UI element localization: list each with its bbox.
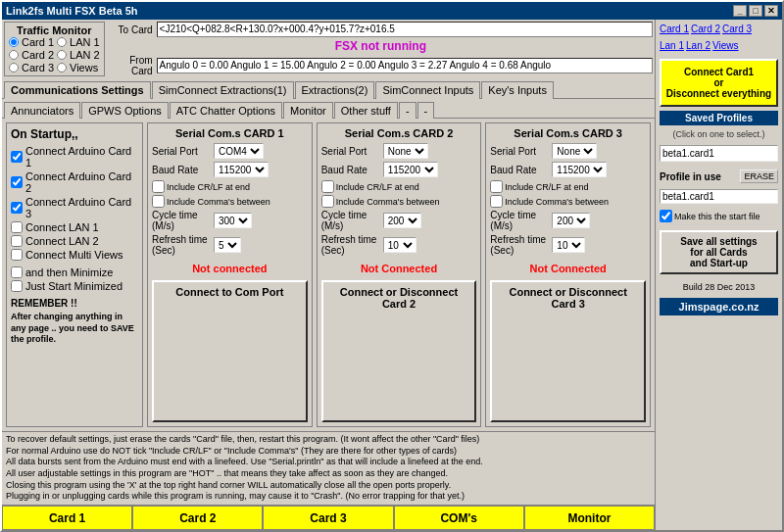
make-start-label: Make this the start file <box>674 212 760 221</box>
arduino2-label: Connect Arduino Card 2 <box>25 170 138 194</box>
bottom-tab-coms[interactable]: COM's <box>394 506 524 530</box>
card2-label: Card 2 <box>22 49 54 61</box>
arduino3-row: Connect Arduino Card 3 <box>11 196 138 219</box>
right-views-tab[interactable]: Views <box>712 40 739 51</box>
to-from-area: To Card <J210<Q+082.8<R+130.0?x+000.4?y+… <box>109 22 653 76</box>
card1-connect-btn[interactable]: Connect to Com Port <box>152 280 308 422</box>
saved-profiles-sub: (Click on one to select.) <box>660 129 778 139</box>
card2-panel: Serial Com.s CARD 2 Serial Port None Bau… <box>317 122 482 427</box>
card1-commas-checkbox[interactable] <box>152 195 165 208</box>
lan1-radio[interactable] <box>57 37 67 47</box>
profile-name-field[interactable] <box>660 189 778 204</box>
card1-radio[interactable] <box>9 37 19 47</box>
card2-connect-btn[interactable]: Connect or Disconnect Card 2 <box>321 280 477 422</box>
lan2-radio[interactable] <box>57 50 67 60</box>
card2-cycle-row: Cycle time (M/s) 200 <box>321 210 477 231</box>
save-all-button[interactable]: Save all settings for all Cards and Star… <box>660 230 778 274</box>
right-card1-tab[interactable]: Card 1 <box>660 24 689 34</box>
card3-connect-btn[interactable]: Connect or Disconnect Card 3 <box>490 280 646 422</box>
card1-cycle-select[interactable]: 300 <box>214 213 252 228</box>
tab-simconnect1[interactable]: SimConnect Extractions(1) <box>152 81 294 99</box>
bottom-tab-card2[interactable]: Card 2 <box>132 506 263 530</box>
tab-dash1[interactable]: - <box>399 102 416 119</box>
close-button[interactable]: ✕ <box>764 5 778 17</box>
card3-commas-label: Include Comma's between <box>505 197 609 207</box>
card3-commas-checkbox[interactable] <box>490 195 503 208</box>
card3-panel: Serial Com.s CARD 3 Serial Port None Bau… <box>485 122 651 427</box>
cards-area: Serial Com.s CARD 1 Serial Port COM4 Bau… <box>147 122 651 427</box>
tab-dash2[interactable]: - <box>417 102 435 119</box>
bottom-tab-card3[interactable]: Card 3 <box>263 506 393 530</box>
card1-baud-select[interactable]: 115200 <box>214 162 269 177</box>
card1-crlf-label: Include CR/LF at end <box>167 182 250 192</box>
card1-title: Serial Com.s CARD 1 <box>152 127 308 139</box>
profile-item[interactable]: beta1.card1 <box>660 145 778 162</box>
lan2-startup-label: Connect LAN 2 <box>25 235 99 247</box>
to-card-label: To Card <box>109 24 153 35</box>
card1-refresh-select[interactable]: 5 <box>214 237 241 253</box>
card3-baud-select[interactable]: 115200 <box>552 162 607 177</box>
tab-annunciators[interactable]: Annunciators <box>4 102 80 119</box>
card1-crlf-checkbox[interactable] <box>152 180 165 193</box>
card3-cycle-select[interactable]: 200 <box>552 213 590 228</box>
arduino2-checkbox[interactable] <box>11 176 23 188</box>
jimspage[interactable]: Jimspage.co.nz <box>660 298 778 315</box>
bottom-tab-monitor[interactable]: Monitor <box>524 506 655 530</box>
arduino1-checkbox[interactable] <box>11 151 23 163</box>
minimize-checkbox[interactable] <box>11 266 23 278</box>
multiviews-checkbox[interactable] <box>11 249 23 261</box>
card2-status: Not Connected <box>321 263 477 274</box>
card2-serial-select[interactable]: None <box>383 143 428 159</box>
make-start-checkbox[interactable] <box>660 210 672 222</box>
tab-simconnect-inputs[interactable]: SimConnect Inputs <box>375 81 480 99</box>
tab-extractions2[interactable]: Extractions(2) <box>295 81 375 99</box>
right-panel: Card 1 Card 2 Card 3 Lan 1 Lan 2 Views C… <box>655 20 782 530</box>
card1-serial-select[interactable]: COM4 <box>214 143 264 159</box>
bottom-tab-card1[interactable]: Card 1 <box>2 506 132 530</box>
card3-cycle-row: Cycle time (M/s) 200 <box>490 210 646 231</box>
card3-crlf-label: Include CR/LF at end <box>505 182 588 192</box>
right-lan2-tab[interactable]: Lan 2 <box>686 40 710 51</box>
card3-crlf-checkbox[interactable] <box>490 180 503 193</box>
arduino3-checkbox[interactable] <box>11 202 23 214</box>
tab-other[interactable]: Other stuff <box>334 102 398 119</box>
card3-commas-row: Include Comma's between <box>490 195 646 208</box>
erase-button[interactable]: ERASE <box>740 169 778 183</box>
tab-keys-inputs[interactable]: Key's Inputs <box>481 81 554 99</box>
tab-monitor[interactable]: Monitor <box>283 102 333 119</box>
card3-refresh-select[interactable]: 10 <box>552 237 585 253</box>
card1-radio-row: Card 1 LAN 1 <box>9 36 100 48</box>
lan2-label: LAN 2 <box>70 49 100 61</box>
card1-serial-row: Serial Port COM4 <box>152 143 308 159</box>
right-lan1-tab[interactable]: Lan 1 <box>660 40 684 51</box>
right-card2-tab[interactable]: Card 2 <box>691 24 720 34</box>
card3-radio[interactable] <box>9 63 19 73</box>
card2-refresh-select[interactable]: 10 <box>383 237 416 253</box>
minimize-button[interactable]: _ <box>733 5 747 17</box>
right-card3-tab[interactable]: Card 3 <box>722 24 752 34</box>
maximize-button[interactable]: □ <box>749 5 762 17</box>
card2-crlf-checkbox[interactable] <box>321 180 334 193</box>
lan1-startup-label: Connect LAN 1 <box>25 221 99 233</box>
card1-refresh-row: Refresh time (Sec) 5 <box>152 234 308 256</box>
card1-label: Card 1 <box>22 36 54 48</box>
views-radio[interactable] <box>57 63 67 73</box>
right-connect-btn[interactable]: Connect Card1 or Disconnect everything <box>660 59 778 107</box>
tab-communications[interactable]: Communications Settings <box>4 81 151 99</box>
tab-atc[interactable]: ATC Chatter Options <box>170 102 282 119</box>
tab-bar-2: Annunciators GPWS Options ATC Chatter Op… <box>2 99 655 119</box>
arduino1-label: Connect Arduino Card 1 <box>25 145 138 169</box>
card2-cycle-select[interactable]: 200 <box>383 213 421 228</box>
tab-gpws[interactable]: GPWS Options <box>81 102 169 119</box>
card3-refresh-label: Refresh time (Sec) <box>490 234 549 256</box>
from-card-label: From Card <box>109 55 153 76</box>
card2-baud-select[interactable]: 115200 <box>383 162 438 177</box>
card3-serial-select[interactable]: None <box>552 143 597 159</box>
card2-commas-checkbox[interactable] <box>321 195 334 208</box>
lan2-checkbox[interactable] <box>11 235 23 247</box>
card1-baud-label: Baud Rate <box>152 165 211 175</box>
card3-baud-label: Baud Rate <box>490 165 549 175</box>
lan1-checkbox[interactable] <box>11 221 23 233</box>
just-start-checkbox[interactable] <box>11 280 23 292</box>
card2-radio[interactable] <box>9 50 19 60</box>
